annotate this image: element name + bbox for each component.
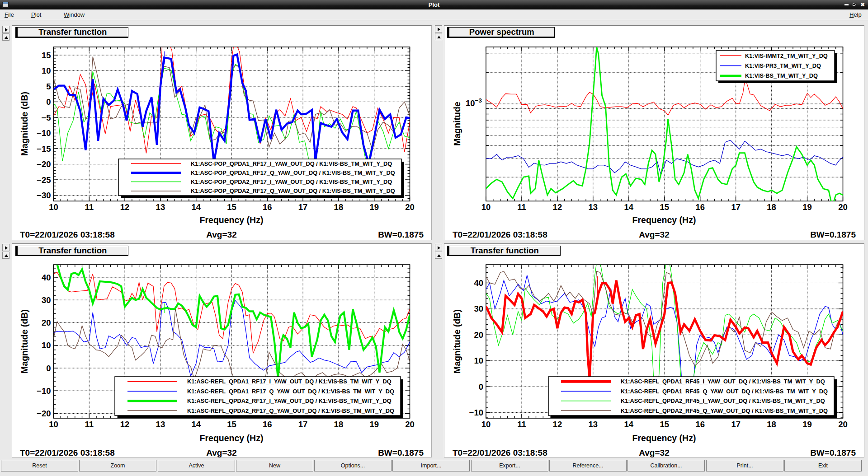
svg-text:T0=22/01/2026 03:18:58: T0=22/01/2026 03:18:58 — [453, 448, 547, 457]
svg-text:10: 10 — [474, 356, 483, 365]
svg-text:−5: −5 — [41, 113, 51, 122]
svg-text:0: 0 — [479, 382, 483, 392]
svg-text:40: 40 — [42, 273, 51, 282]
svg-text:11: 11 — [517, 202, 526, 212]
svg-text:14: 14 — [191, 202, 201, 212]
svg-text:−10: −10 — [469, 408, 483, 417]
svg-text:15: 15 — [660, 202, 670, 212]
svg-text:10: 10 — [49, 202, 58, 212]
svg-text:Frequency (Hz): Frequency (Hz) — [200, 215, 264, 225]
svg-text:−30: −30 — [37, 191, 51, 200]
svg-text:K1:ASC-REFL_QPDA2_RF45_Q_YAW_O: K1:ASC-REFL_QPDA2_RF45_Q_YAW_OUT_DQ / K1… — [621, 407, 828, 414]
svg-text:K1:VIS-PR3_TM_WIT_Y_DQ: K1:VIS-PR3_TM_WIT_Y_DQ — [745, 62, 821, 69]
svg-text:15: 15 — [42, 51, 51, 60]
svg-text:T0=22/01/2026 03:18:58: T0=22/01/2026 03:18:58 — [20, 230, 115, 239]
svg-text:K1:VIS-BS_TM_WIT_Y_DQ: K1:VIS-BS_TM_WIT_Y_DQ — [745, 72, 818, 79]
svg-text:Magnitude (dB): Magnitude (dB) — [19, 309, 29, 373]
svg-text:20: 20 — [474, 330, 483, 340]
svg-text:−20: −20 — [37, 159, 51, 169]
svg-text:10: 10 — [49, 420, 58, 429]
svg-text:19: 19 — [369, 420, 379, 429]
svg-text:18: 18 — [334, 420, 344, 429]
svg-text:17: 17 — [298, 202, 308, 212]
svg-text:11: 11 — [85, 420, 94, 429]
svg-text:K1:ASC-REFL_QPDA2_RF17_Q_YAW_O: K1:ASC-REFL_QPDA2_RF17_Q_YAW_OUT_DQ / K1… — [187, 407, 394, 414]
svg-text:12: 12 — [120, 202, 130, 212]
svg-text:13: 13 — [156, 202, 165, 212]
svg-text:12: 12 — [553, 202, 562, 212]
svg-text:19: 19 — [802, 202, 812, 212]
svg-text:K1:ASC-REFL_QPDA1_RF45_Q_YAW_O: K1:ASC-REFL_QPDA1_RF45_Q_YAW_OUT_DQ / K1… — [621, 388, 828, 395]
svg-text:BW=0.1875: BW=0.1875 — [810, 448, 856, 457]
svg-text:T0=22/01/2026 03:18:58: T0=22/01/2026 03:18:58 — [20, 448, 115, 457]
svg-text:K1:ASC-REFL_QPDA1_RF17_I_YAW_O: K1:ASC-REFL_QPDA1_RF17_I_YAW_OUT_DQ / K1… — [187, 378, 392, 385]
svg-text:11: 11 — [85, 202, 94, 212]
svg-text:−10: −10 — [37, 128, 51, 138]
svg-text:K1:ASC-POP_QPDA1_RF17_Q_YAW_OU: K1:ASC-POP_QPDA1_RF17_Q_YAW_OUT_DQ / K1:… — [191, 169, 395, 176]
svg-text:30: 30 — [42, 295, 51, 305]
svg-text:20: 20 — [42, 318, 51, 327]
svg-text:20: 20 — [405, 202, 415, 212]
svg-text:0: 0 — [46, 97, 51, 107]
svg-text:18: 18 — [767, 202, 776, 212]
svg-text:16: 16 — [695, 420, 705, 429]
svg-text:13: 13 — [589, 202, 598, 212]
svg-text:14: 14 — [624, 420, 634, 429]
svg-text:−20: −20 — [37, 409, 51, 418]
svg-text:14: 14 — [624, 202, 634, 212]
svg-text:Frequency (Hz): Frequency (Hz) — [632, 433, 696, 443]
svg-text:16: 16 — [263, 202, 272, 212]
svg-text:17: 17 — [298, 420, 308, 429]
svg-text:20: 20 — [405, 420, 415, 429]
svg-text:17: 17 — [731, 202, 741, 212]
svg-text:19: 19 — [802, 420, 812, 429]
svg-text:Magnitude (dB): Magnitude (dB) — [452, 309, 462, 373]
svg-text:12: 12 — [553, 420, 562, 429]
svg-text:BW=0.1875: BW=0.1875 — [378, 230, 424, 239]
svg-text:Avg=32: Avg=32 — [206, 448, 236, 457]
svg-text:16: 16 — [263, 420, 272, 429]
svg-text:K1:ASC-REFL_QPDA2_RF45_I_YAW_O: K1:ASC-REFL_QPDA2_RF45_I_YAW_OUT_DQ / K1… — [621, 397, 825, 404]
svg-text:18: 18 — [334, 202, 344, 212]
svg-text:19: 19 — [369, 202, 379, 212]
svg-text:40: 40 — [474, 278, 483, 288]
svg-text:K1:ASC-POP_QPDA1_RF17_I_YAW_OU: K1:ASC-POP_QPDA1_RF17_I_YAW_OUT_DQ / K1:… — [191, 160, 392, 167]
svg-text:BW=0.1875: BW=0.1875 — [378, 448, 424, 457]
svg-text:Avg=32: Avg=32 — [639, 448, 669, 457]
svg-text:12: 12 — [120, 420, 130, 429]
svg-text:11: 11 — [517, 420, 526, 429]
svg-text:30: 30 — [474, 304, 483, 313]
svg-text:20: 20 — [838, 420, 848, 429]
svg-text:15: 15 — [227, 420, 236, 429]
svg-text:10: 10 — [481, 202, 491, 212]
svg-text:−25: −25 — [37, 175, 51, 185]
svg-text:14: 14 — [191, 420, 201, 429]
svg-text:Frequency (Hz): Frequency (Hz) — [200, 433, 264, 443]
svg-text:10: 10 — [42, 66, 51, 75]
svg-text:15: 15 — [227, 202, 236, 212]
svg-text:18: 18 — [767, 420, 776, 429]
svg-text:Avg=32: Avg=32 — [639, 230, 669, 239]
svg-text:20: 20 — [838, 202, 848, 212]
svg-text:−15: −15 — [37, 144, 51, 154]
svg-text:10−3: 10−3 — [466, 97, 482, 108]
svg-text:Magnitude: Magnitude — [452, 102, 462, 146]
svg-text:5: 5 — [46, 82, 51, 91]
svg-text:BW=0.1875: BW=0.1875 — [810, 230, 856, 239]
svg-text:−10: −10 — [37, 386, 51, 396]
svg-text:T0=22/01/2026 03:18:58: T0=22/01/2026 03:18:58 — [453, 230, 547, 239]
svg-text:K1:ASC-REFL_QPDA1_RF17_Q_YAW_O: K1:ASC-REFL_QPDA1_RF17_Q_YAW_OUT_DQ / K1… — [187, 388, 394, 395]
svg-text:16: 16 — [695, 202, 705, 212]
svg-text:K1:ASC-POP_QPDA2_RF17_Q_YAW_OU: K1:ASC-POP_QPDA2_RF17_Q_YAW_OUT_DQ / K1:… — [191, 187, 395, 194]
svg-text:K1:ASC-REFL_QPDA2_RF17_I_YAW_O: K1:ASC-REFL_QPDA2_RF17_I_YAW_OUT_DQ / K1… — [187, 397, 392, 404]
svg-text:0: 0 — [46, 364, 51, 373]
svg-text:K1:ASC-POP_QPDA2_RF17_I_YAW_OU: K1:ASC-POP_QPDA2_RF17_I_YAW_OUT_DQ / K1:… — [191, 178, 392, 185]
svg-text:17: 17 — [731, 420, 741, 429]
svg-text:K1:ASC-REFL_QPDA1_RF45_I_YAW_O: K1:ASC-REFL_QPDA1_RF45_I_YAW_OUT_DQ / K1… — [621, 378, 825, 385]
svg-text:13: 13 — [156, 420, 165, 429]
svg-text:Frequency (Hz): Frequency (Hz) — [632, 215, 696, 225]
svg-text:10: 10 — [42, 341, 51, 350]
svg-text:15: 15 — [660, 420, 670, 429]
svg-text:K1:VIS-IMMT2_TM_WIT_Y_DQ: K1:VIS-IMMT2_TM_WIT_Y_DQ — [745, 52, 828, 59]
svg-text:10: 10 — [481, 420, 491, 429]
